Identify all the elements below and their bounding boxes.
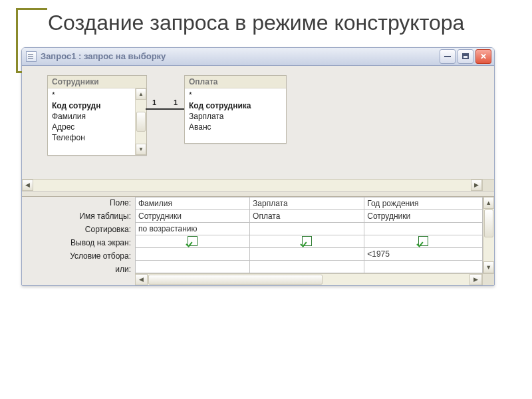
scroll-up-button[interactable]: ▲ xyxy=(483,197,494,209)
scroll-thumb[interactable] xyxy=(484,209,493,237)
cell-or[interactable] xyxy=(136,260,250,273)
grid-row-labels: Поле: Имя таблицы: Сортировка: Вывод на … xyxy=(22,197,135,285)
scroll-left-button[interactable]: ◀ xyxy=(135,274,148,285)
scroll-track[interactable] xyxy=(148,274,469,285)
grid-vertical-scrollbar[interactable]: ▲ ▼ xyxy=(483,197,494,273)
table-box-payment[interactable]: Оплата * Код сотрудника Зарплата Аванс xyxy=(184,75,287,144)
row-label-field: Поле: xyxy=(22,197,135,210)
checkbox-checked-icon[interactable] xyxy=(418,236,428,246)
query-designer-window: Запрос1 : запрос на выборку ✕ Сотрудники… xyxy=(21,47,495,286)
field-list-scrollbar[interactable]: ▲ ▼ xyxy=(135,88,146,155)
cell-field[interactable]: Год рождения xyxy=(364,197,482,209)
scroll-up-button[interactable]: ▲ xyxy=(136,88,146,100)
cell-criteria[interactable] xyxy=(136,247,250,260)
row-label-sort: Сортировка: xyxy=(22,223,135,237)
diagram-horizontal-scrollbar[interactable]: ◀ ▶ xyxy=(22,179,494,191)
query-design-grid[interactable]: Фамилия Зарплата Год рождения Сотрудники… xyxy=(135,197,483,273)
scroll-corner xyxy=(482,274,494,285)
cell-criteria[interactable] xyxy=(250,247,364,260)
title-bracket-decoration xyxy=(16,8,47,73)
scroll-left-button[interactable]: ◀ xyxy=(22,180,33,191)
cell-table[interactable]: Сотрудники xyxy=(136,209,250,222)
cell-sort[interactable]: по возрастанию xyxy=(136,222,250,235)
maximize-icon xyxy=(462,53,469,59)
cell-show[interactable] xyxy=(136,235,250,247)
checkbox-checked-icon[interactable] xyxy=(302,236,312,246)
field-item[interactable]: Адрес xyxy=(51,122,145,132)
relationship-line[interactable] xyxy=(146,108,184,110)
minimize-icon xyxy=(444,56,451,57)
field-item[interactable]: Код сотрудника xyxy=(188,100,285,111)
cell-sort[interactable] xyxy=(250,222,364,235)
relation-cardinality-right: 1 xyxy=(174,98,178,106)
query-icon xyxy=(26,51,37,62)
field-item[interactable]: * xyxy=(188,90,285,100)
table-header: Оплата xyxy=(185,76,286,88)
cell-table[interactable]: Сотрудники xyxy=(364,209,482,222)
field-item[interactable]: Фамилия xyxy=(51,111,145,122)
close-icon: ✕ xyxy=(480,53,487,61)
relation-cardinality-left: 1 xyxy=(152,98,156,106)
row-label-table: Имя таблицы: xyxy=(22,210,135,223)
table-box-employees[interactable]: Сотрудники * Код сотрудн Фамилия Адрес Т… xyxy=(47,75,147,156)
scroll-track[interactable] xyxy=(33,180,471,191)
cell-show[interactable] xyxy=(250,235,364,247)
field-list[interactable]: * Код сотрудника Зарплата Аванс xyxy=(185,88,286,134)
row-label-show: Вывод на экран: xyxy=(22,237,135,250)
field-item[interactable]: * xyxy=(51,90,145,100)
pane-splitter[interactable] xyxy=(22,192,494,197)
field-item[interactable]: Телефон xyxy=(51,132,145,143)
checkbox-checked-icon[interactable] xyxy=(188,236,198,246)
scroll-down-button[interactable]: ▼ xyxy=(483,261,494,273)
cell-field[interactable]: Фамилия xyxy=(136,197,250,209)
slide-title: Создание запроса в режиме конструктора xyxy=(40,11,516,35)
row-label-criteria: Условие отбора: xyxy=(22,250,135,263)
field-item[interactable]: Код сотрудн xyxy=(51,100,145,111)
field-list[interactable]: * Код сотрудн Фамилия Адрес Телефон xyxy=(48,88,146,144)
window-titlebar[interactable]: Запрос1 : запрос на выборку ✕ xyxy=(22,48,494,66)
minimize-button[interactable] xyxy=(440,49,456,64)
maximize-button[interactable] xyxy=(458,49,473,64)
row-label-or: или: xyxy=(22,263,135,277)
cell-or[interactable] xyxy=(250,260,364,273)
query-design-grid-pane: Поле: Имя таблицы: Сортировка: Вывод на … xyxy=(22,197,494,285)
cell-or[interactable] xyxy=(364,260,482,273)
grid-horizontal-scrollbar[interactable]: ◀ ▶ xyxy=(135,273,494,285)
window-title: Запрос1 : запрос на выборку xyxy=(41,51,436,61)
cell-show[interactable] xyxy=(364,235,482,247)
scroll-thumb[interactable] xyxy=(148,275,323,285)
scroll-right-button[interactable]: ▶ xyxy=(469,274,482,285)
scroll-thumb[interactable] xyxy=(136,112,146,132)
cell-sort[interactable] xyxy=(364,222,482,235)
scroll-right-button[interactable]: ▶ xyxy=(471,180,482,191)
cell-field[interactable]: Зарплата xyxy=(250,197,364,209)
scroll-corner xyxy=(482,180,494,191)
close-button[interactable]: ✕ xyxy=(475,49,491,64)
field-item[interactable]: Зарплата xyxy=(188,111,285,122)
scroll-track[interactable] xyxy=(483,209,494,261)
table-header: Сотрудники xyxy=(48,76,146,88)
field-item[interactable]: Аванс xyxy=(188,122,285,132)
cell-criteria[interactable]: <1975 xyxy=(364,247,482,260)
cell-table[interactable]: Оплата xyxy=(250,209,364,222)
slide-title-area: Создание запроса в режиме конструктора xyxy=(16,11,516,35)
table-diagram-pane[interactable]: Сотрудники * Код сотрудн Фамилия Адрес Т… xyxy=(22,66,494,192)
scroll-down-button[interactable]: ▼ xyxy=(136,144,146,155)
